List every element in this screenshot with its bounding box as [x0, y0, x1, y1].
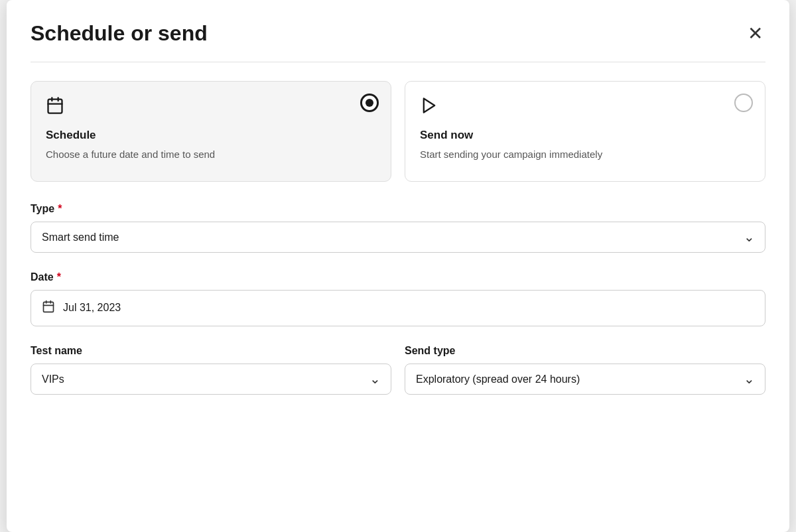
- type-label: Type *: [31, 203, 765, 215]
- send-type-select-wrapper: Exploratory (spread over 24 hours) Stand…: [405, 364, 765, 395]
- type-select[interactable]: Smart send time Specific time Time zone …: [31, 222, 765, 253]
- send-type-label: Send type: [405, 345, 765, 357]
- test-name-select[interactable]: VIPs All subscribers New subscribers: [31, 364, 391, 395]
- date-value: Jul 31, 2023: [63, 302, 121, 314]
- send-now-card[interactable]: Send now Start sending your campaign imm…: [405, 81, 765, 182]
- calendar-icon: [46, 96, 376, 119]
- type-select-wrapper: Smart send time Specific time Time zone …: [31, 222, 765, 253]
- schedule-send-modal: Schedule or send ✕ Schedule Choose a fut…: [7, 0, 789, 532]
- date-label: Date *: [31, 271, 765, 283]
- send-now-icon: [420, 96, 750, 119]
- send-type-select[interactable]: Exploratory (spread over 24 hours) Stand…: [405, 364, 765, 395]
- type-required-star: *: [58, 203, 62, 215]
- modal-title: Schedule or send: [31, 21, 208, 46]
- test-name-select-wrapper: VIPs All subscribers New subscribers ⌄: [31, 364, 391, 395]
- modal-header: Schedule or send ✕: [31, 21, 765, 46]
- send-type-field-section: Send type Exploratory (spread over 24 ho…: [405, 345, 765, 395]
- option-cards: Schedule Choose a future date and time t…: [31, 81, 765, 182]
- send-now-card-description: Start sending your campaign immediately: [420, 147, 750, 163]
- close-button[interactable]: ✕: [745, 22, 765, 46]
- send-now-card-title: Send now: [420, 129, 750, 142]
- send-now-radio[interactable]: [734, 94, 753, 112]
- date-field-section: Date * Jul 31, 2023: [31, 271, 765, 326]
- type-field-section: Type * Smart send time Specific time Tim…: [31, 203, 765, 253]
- svg-rect-0: [48, 100, 62, 113]
- schedule-card-title: Schedule: [46, 129, 376, 142]
- date-required-star: *: [57, 271, 61, 283]
- schedule-card[interactable]: Schedule Choose a future date and time t…: [31, 81, 391, 182]
- test-name-label: Test name: [31, 345, 391, 357]
- bottom-fields-row: Test name VIPs All subscribers New subsc…: [31, 345, 765, 413]
- test-name-field-section: Test name VIPs All subscribers New subsc…: [31, 345, 391, 395]
- svg-rect-5: [44, 302, 54, 312]
- date-input[interactable]: Jul 31, 2023: [31, 290, 765, 326]
- schedule-card-description: Choose a future date and time to send: [46, 147, 376, 163]
- schedule-radio[interactable]: [360, 94, 379, 112]
- header-divider: [31, 62, 765, 62]
- date-calendar-icon: [42, 300, 55, 316]
- close-icon: ✕: [748, 25, 763, 43]
- svg-marker-4: [424, 99, 434, 113]
